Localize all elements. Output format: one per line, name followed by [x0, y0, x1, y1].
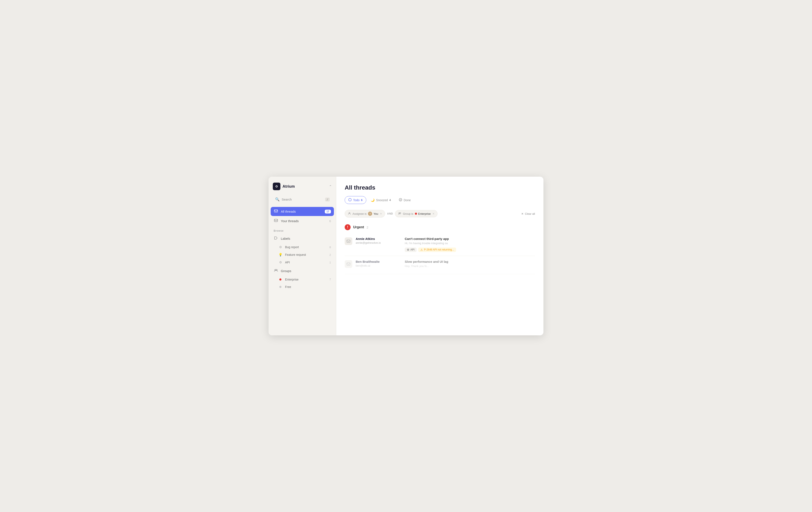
- assignee-remove-btn[interactable]: ×: [380, 212, 382, 216]
- sidebar-item-your-threads[interactable]: Your threads 6: [271, 217, 334, 226]
- assignee-filter-value: Y You: [368, 211, 378, 216]
- thread-list: ! Urgent 2 Annie Atkins annie@getre: [336, 223, 544, 335]
- svg-point-7: [349, 198, 351, 201]
- tab-snoozed[interactable]: 🌙 Snoozed 4: [367, 196, 395, 204]
- svg-rect-3: [274, 210, 278, 212]
- svg-point-10: [399, 212, 400, 214]
- sidebar-item-free[interactable]: Free: [271, 283, 334, 290]
- brand-name: Atrium: [283, 184, 295, 189]
- labels-label: Labels: [281, 237, 331, 240]
- todo-count: 6: [361, 198, 362, 202]
- sidebar-item-feature-request[interactable]: 💡 Feature request 2: [271, 251, 334, 258]
- sidebar-header: Atrium ⌃: [268, 182, 336, 195]
- group-icon: [398, 212, 401, 216]
- assignee-filter[interactable]: Assignee is Y You ×: [345, 210, 385, 218]
- api-icon: ⚙: [278, 260, 283, 264]
- app-container: Atrium ⌃ 🔍 Search / All threads 17: [268, 177, 544, 335]
- thread-mail-icon: [345, 237, 352, 245]
- svg-point-9: [349, 212, 350, 214]
- thread-subject-ben: Slow performance and UI lag: [405, 260, 535, 263]
- api-count: 1: [329, 261, 331, 264]
- sidebar-item-labels[interactable]: Labels: [271, 234, 334, 243]
- search-kbd: /: [325, 198, 330, 201]
- thread-content-annie: Annie Atkins annie@getresolve.io Can't c…: [356, 237, 535, 252]
- browse-section-label: Browse: [268, 226, 336, 234]
- group-remove-btn[interactable]: ×: [433, 212, 434, 216]
- api-tag-icon: ⚙: [407, 248, 409, 251]
- enterprise-label: Enterprise: [285, 278, 327, 281]
- group-value-text: Enterprise: [418, 212, 431, 216]
- sidebar-item-enterprise[interactable]: Enterprise 7: [271, 276, 334, 283]
- thread-tags-annie: ⚙ API ⚠ P-2648 API not returning...: [405, 248, 535, 252]
- search-item[interactable]: 🔍 Search /: [272, 195, 332, 203]
- search-icon: 🔍: [275, 197, 280, 202]
- urgent-icon: !: [345, 224, 351, 230]
- all-threads-badge: 17: [325, 210, 331, 214]
- groups-label: Groups: [281, 269, 331, 273]
- thread-ben-braithwaite[interactable]: Ben Braithwaite ben@ollo.ai Slow perform…: [345, 256, 535, 275]
- sidebar-item-groups[interactable]: Groups: [271, 266, 334, 276]
- sidebar-labels-section: Labels ⚙ Bug report 8 💡 Feature request …: [268, 234, 336, 290]
- api-tag-label: API: [410, 248, 414, 251]
- thread-sender-annie: Annie Atkins: [356, 237, 398, 240]
- p2648-tag-label: P-2648 API not returning...: [424, 248, 454, 251]
- group-filter-value: Enterprise: [415, 212, 431, 216]
- svg-point-5: [275, 269, 276, 271]
- your-threads-icon: [273, 219, 278, 223]
- thread-tag-p2648: ⚠ P-2648 API not returning...: [418, 248, 456, 252]
- chevron-icon[interactable]: ⌃: [329, 184, 332, 189]
- main-content: All threads Todo 6 🌙 Snoozed 4: [336, 177, 544, 335]
- svg-rect-13: [347, 263, 350, 265]
- bug-report-icon: ⚙: [278, 245, 283, 249]
- feature-request-icon: 💡: [278, 253, 283, 257]
- sidebar-item-api[interactable]: ⚙ API 1: [271, 259, 334, 266]
- done-label: Done: [404, 198, 411, 202]
- enterprise-dot-icon: [278, 278, 283, 281]
- sidebar: Atrium ⌃ 🔍 Search / All threads 17: [268, 177, 336, 335]
- all-threads-icon: [273, 209, 278, 214]
- todo-label: Todo: [353, 198, 359, 202]
- warning-tag-icon: ⚠: [420, 248, 423, 251]
- tab-todo[interactable]: Todo 6: [345, 196, 366, 204]
- sidebar-nav: All threads 17 Your threads 6: [268, 207, 336, 226]
- clear-all-button[interactable]: ✕ Clear all: [521, 212, 535, 216]
- feature-request-count: 2: [329, 253, 331, 256]
- thread-mail-icon-ben: [345, 260, 352, 268]
- assignee-value-text: You: [373, 212, 378, 216]
- bug-report-label: Bug report: [285, 246, 327, 249]
- free-dot-icon: [278, 285, 283, 289]
- todo-icon: [348, 198, 352, 202]
- sidebar-item-all-threads[interactable]: All threads 17: [271, 207, 334, 216]
- sidebar-item-bug-report[interactable]: ⚙ Bug report 8: [271, 244, 334, 251]
- svg-point-2: [276, 186, 277, 187]
- thread-tag-api: ⚙ API: [405, 248, 416, 252]
- search-label: Search: [282, 198, 323, 201]
- thread-email-annie: annie@getresolve.io: [356, 241, 398, 244]
- thread-subject-annie: Can't connect third-party app: [405, 237, 535, 240]
- main-header: All threads Todo 6 🌙 Snoozed 4: [336, 177, 544, 210]
- api-label: API: [285, 261, 327, 264]
- thread-content-ben: Ben Braithwaite ben@ollo.ai Slow perform…: [356, 260, 535, 271]
- snoozed-icon: 🌙: [371, 198, 375, 202]
- feature-request-label: Feature request: [285, 253, 327, 256]
- tab-done[interactable]: Done: [395, 196, 414, 204]
- svg-point-11: [400, 212, 401, 214]
- done-icon: [399, 198, 402, 202]
- tabs-bar: Todo 6 🌙 Snoozed 4 Done: [345, 196, 535, 204]
- assignee-icon: [348, 212, 351, 216]
- your-threads-label: Your threads: [281, 219, 327, 223]
- group-filter[interactable]: Group is Enterprise ×: [395, 210, 437, 217]
- group-filter-label: Group is: [403, 212, 413, 216]
- svg-point-8: [399, 198, 402, 201]
- all-threads-label: All threads: [281, 210, 322, 213]
- assignee-filter-label: Assignee is: [352, 212, 367, 216]
- free-label: Free: [285, 285, 328, 289]
- clear-all-label: Clear all: [525, 212, 535, 216]
- urgent-count: 2: [367, 226, 368, 229]
- your-threads-count: 6: [329, 219, 331, 223]
- thread-annie-atkins[interactable]: Annie Atkins annie@getresolve.io Can't c…: [345, 233, 535, 256]
- filter-and-label: AND: [387, 212, 393, 215]
- labels-icon: [273, 236, 278, 241]
- urgent-section-header: ! Urgent 2: [345, 224, 535, 230]
- assignee-avatar: Y: [368, 211, 372, 216]
